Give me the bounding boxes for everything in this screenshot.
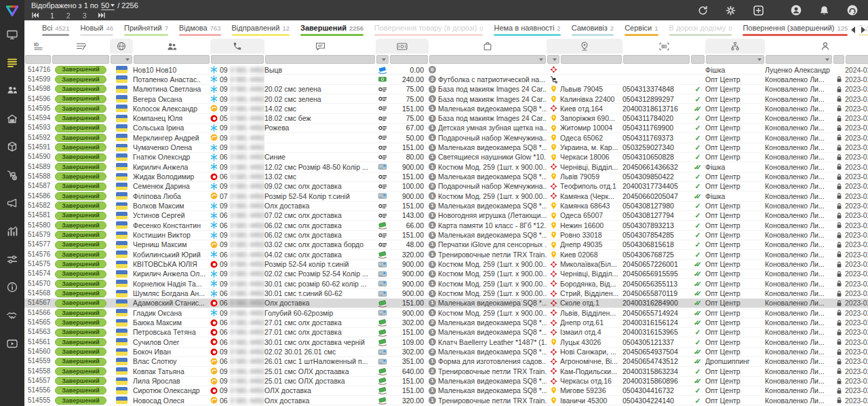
table-row[interactable]: 514565ЗавершенийБаюка Максим063 581 4492… [24, 318, 868, 328]
filter-check[interactable] [691, 55, 705, 64]
filter-payment[interactable] [376, 55, 389, 64]
sidebar-item-warehouse[interactable] [0, 105, 24, 132]
table-row[interactable]: 514574ЗавершенийКирилич Анжела Ол...093 … [24, 270, 868, 279]
column-city[interactable] [547, 39, 623, 54]
column-country[interactable] [110, 39, 133, 54]
table-row[interactable]: 514561ЗавершенийСучилов Олег063 581 4492… [24, 337, 868, 347]
add-order-button[interactable] [753, 5, 764, 16]
filter-product[interactable] [429, 55, 546, 64]
table-row[interactable]: 514588ЗавершенийЖидак Володимир063 581 4… [24, 172, 868, 182]
app-logo[interactable] [0, 0, 24, 20]
column-comment[interactable] [264, 39, 376, 54]
table-row[interactable]: 514559ЗавершенийВлас Слотюу063 581 44922… [24, 357, 868, 367]
sidebar-item-dashboard[interactable] [0, 20, 24, 48]
column-phone[interactable] [210, 39, 264, 54]
table-row[interactable]: 514558ЗавершенийКовпак Татьяна093 581 44… [24, 367, 868, 376]
table-row[interactable]: 514596ЗавершенийВегера Оксана093 581 449… [24, 94, 868, 104]
support-headset-icon[interactable] [846, 4, 859, 16]
filter-customer[interactable] [134, 55, 210, 64]
tabs-scroll-left-icon[interactable] [851, 26, 855, 33]
page-size-select[interactable]: 50 [101, 1, 115, 10]
table-row[interactable]: 514582ЗавершенийВолков Максим093 581 449… [24, 202, 868, 211]
tab-сервіси[interactable]: Сервіси1 [619, 20, 663, 36]
table-row[interactable]: 514586ЗавершенийФіліпова Люба073 581 449… [24, 191, 868, 201]
tab-повернення-завершений-[interactable]: Повернення (завершений)125 [737, 20, 853, 36]
table-row[interactable]: 514560ЗавершенийБокоч Иван093 581 449202… [24, 348, 868, 357]
tab-завершений[interactable]: Завершений2256 [295, 20, 369, 36]
tab-в-дорозі-додому[interactable]: В дорозі додому0 [664, 20, 738, 36]
sidebar-item-info[interactable] [0, 274, 24, 301]
filter-carrier[interactable] [547, 55, 559, 64]
table-row[interactable]: 514579ЗавершенийКостишин Виктор093 581 4… [24, 231, 868, 240]
page-button[interactable]: 3 [83, 12, 87, 20]
table-row[interactable]: 514598ЗавершенийМалютина Светлана093 581… [24, 85, 868, 94]
table-row[interactable]: 514570ЗавершенийКорнелюк Надія Та...093 … [24, 279, 868, 289]
page-button[interactable]: 2 [66, 12, 71, 20]
sidebar-item-products[interactable] [0, 133, 24, 161]
sidebar-item-orders[interactable] [0, 48, 24, 76]
filter-phone[interactable] [211, 55, 264, 64]
table-row[interactable]: 514577ЗавершенийЧерниш Максим093 581 449… [24, 240, 868, 250]
table-row[interactable]: 514566ЗавершенийГладик Оксана093 581 449… [24, 308, 868, 318]
table-row[interactable]: 514593ЗавершенийСольська Ірина093 581 44… [24, 124, 868, 133]
sidebar-item-partners[interactable] [0, 301, 24, 329]
tab-повернення-товару-в-дорозі-[interactable]: Повернення товару (в дорозі)0 [369, 20, 488, 36]
table-row[interactable]: 514557ЗавершенийЛила Ярослав093 581 4492… [24, 377, 868, 386]
tab-новый[interactable]: Новый46 [75, 20, 119, 36]
table-row[interactable]: 514576ЗавершенийКобилинський Юрий063 581… [24, 250, 868, 259]
filter-channel[interactable] [706, 55, 764, 64]
filter-country[interactable] [111, 55, 132, 64]
filter-lock[interactable] [833, 55, 844, 64]
tab-нема-в-наявності[interactable]: Нема в наявності2 [488, 20, 566, 36]
tab-всі[interactable]: Всі4521 [37, 20, 75, 36]
tab-відмова[interactable]: Відмова763 [174, 20, 226, 36]
tab-самовивіз[interactable]: Самовивіз2 [566, 20, 619, 36]
filter-status[interactable] [52, 55, 109, 64]
table-row[interactable]: 514581ЗавершенийУстинов Сергей063 581 44… [24, 211, 868, 221]
table-row[interactable]: 514716ЗавершенийНов10 Нов10093 581 4492В… [24, 65, 868, 75]
table-row[interactable]: 514580ЗавершенийФесенко Константин063 58… [24, 221, 868, 230]
sidebar-item-procurement[interactable] [0, 161, 24, 189]
column-product[interactable] [429, 39, 547, 54]
user-avatar[interactable] [790, 4, 802, 16]
sidebar-item-settings[interactable] [0, 245, 24, 273]
table-row[interactable]: 514556ЗавершенийСиротюк Олександр093 581… [24, 386, 868, 396]
sidebar-item-marketing[interactable] [0, 189, 24, 217]
tab-відправлений[interactable]: Відправлений12 [226, 20, 295, 36]
tab-прийнятий[interactable]: Прийнятий7 [119, 20, 174, 36]
sidebar-item-tutorials[interactable] [0, 329, 24, 357]
column-status[interactable] [52, 39, 110, 54]
column-tracking[interactable] [623, 39, 705, 54]
filter-amount[interactable] [390, 55, 428, 64]
table-row[interactable]: 514568ЗавершенийШумляс Богдана Ан...063 … [24, 289, 868, 299]
filter-id[interactable] [25, 55, 51, 64]
last-page-button[interactable] [98, 12, 106, 19]
tabs-scroll-right-icon[interactable] [861, 26, 865, 33]
table-row[interactable]: 514591ЗавершенийЧумаченко Олена093 581 4… [24, 143, 868, 153]
table-row[interactable]: 514592ЗавершенийМерклингер Андрей093 581… [24, 133, 868, 143]
table-row[interactable]: 514595ЗавершенийКолосок Александр093 581… [24, 104, 868, 113]
gear-icon[interactable] [725, 5, 736, 16]
column-channel[interactable] [705, 39, 765, 54]
table-row[interactable]: 514589ЗавершенийКирилич Анжела093 581 44… [24, 162, 868, 172]
filter-tracking[interactable] [623, 55, 690, 64]
refresh-button[interactable] [697, 5, 709, 16]
table-row[interactable]: 514590ЗавершенийГнатюк Олексндр063 581 4… [24, 153, 868, 162]
table-row[interactable]: 514555ЗавершенийНовосад Олеся063 581 449… [24, 396, 868, 405]
filter-city[interactable] [561, 55, 622, 64]
page-button[interactable]: 1 [50, 12, 54, 20]
filter-date[interactable] [846, 55, 868, 64]
column-payment[interactable] [376, 39, 429, 54]
table-row[interactable]: 514563ЗавершенийПетровська Тетяна063 581… [24, 328, 868, 337]
column-customer[interactable] [133, 39, 210, 54]
column-manager[interactable] [765, 39, 868, 54]
table-row[interactable]: 514567ЗавершенийАдамовский Станис...063 … [24, 299, 868, 308]
sidebar-item-customers[interactable] [0, 77, 24, 105]
table-row[interactable]: 514594ЗавершенийКомпанец Юля053 581 4492… [24, 114, 868, 124]
filter-manager[interactable] [766, 55, 832, 64]
column-id[interactable]: ID [24, 39, 52, 54]
table-row[interactable]: 514587ЗавершенийСеменюк Дарина093 581 44… [24, 182, 868, 191]
first-page-button[interactable] [31, 12, 39, 19]
sidebar-item-statistics[interactable] [0, 217, 24, 245]
bell-icon[interactable] [818, 5, 830, 16]
